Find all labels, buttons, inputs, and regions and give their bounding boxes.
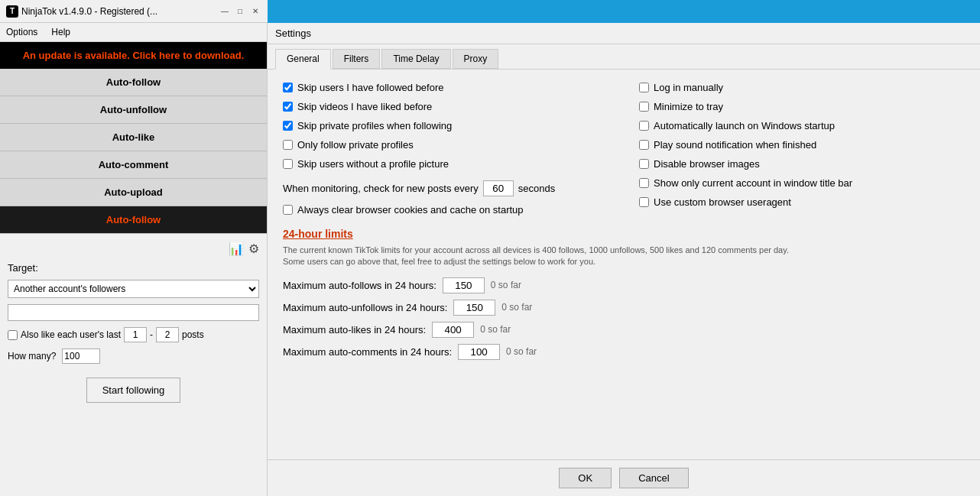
checkbox-log-manually[interactable] [639, 83, 649, 92]
checkbox-disable-images[interactable] [639, 159, 649, 169]
label-only-private: Only follow private profiles [297, 139, 414, 151]
how-many-row: How many? 100 [8, 348, 259, 364]
check-play-sound: Play sound notification when finished [639, 139, 965, 151]
also-like-label2: posts [182, 329, 204, 340]
check-custom-useragent: Use custom browser useragent [639, 196, 965, 208]
check-show-account: Show only current account in window titl… [639, 177, 965, 189]
limits-title: 24-hour limits [283, 228, 965, 240]
checkbox-skip-followed[interactable] [283, 83, 293, 92]
check-minimize-tray: Minimize to tray [639, 101, 965, 112]
limit-unfollows-label: Maximum auto-unfollows in 24 hours: [283, 302, 447, 313]
limit-follows-so-far: 0 so far [491, 280, 521, 290]
limit-unfollows-input[interactable] [453, 300, 495, 316]
nav-auto-like[interactable]: Auto-like [0, 124, 267, 151]
minimize-button[interactable]: — [219, 5, 231, 18]
titlebar: T NinjaTok v1.4.9.0 - Registered (... — … [0, 0, 268, 23]
nav-auto-follow[interactable]: Auto-follow [0, 69, 267, 96]
restore-button[interactable]: □ [234, 5, 246, 18]
limit-row-likes: Maximum auto-likes in 24 hours: 0 so far [283, 322, 965, 338]
settings-title: Settings [268, 23, 980, 44]
nav-buttons: Auto-follow Auto-unfollow Auto-like Auto… [0, 69, 267, 234]
label-skip-followed: Skip users I have followed before [297, 82, 444, 93]
checkbox-clear-cookies[interactable] [283, 205, 293, 215]
checkbox-show-account[interactable] [639, 178, 649, 188]
label-minimize-tray: Minimize to tray [654, 101, 723, 112]
limit-likes-so-far: 0 so far [480, 324, 511, 335]
checkbox-auto-launch[interactable] [639, 121, 649, 131]
check-skip-no-pic: Skip users without a profile picture [283, 158, 608, 170]
limit-row-follows: Maximum auto-follows in 24 hours: 0 so f… [283, 277, 965, 293]
checkbox-minimize-tray[interactable] [639, 102, 649, 112]
limit-follows-label: Maximum auto-follows in 24 hours: [283, 280, 436, 291]
limit-comments-label: Maximum auto-comments in 24 hours: [283, 346, 452, 358]
close-button[interactable]: ✕ [249, 5, 261, 18]
target-select[interactable]: Another account's followers Hashtag foll… [8, 280, 259, 298]
monitoring-label2: seconds [518, 183, 555, 194]
limit-likes-label: Maximum auto-likes in 24 hours: [283, 324, 426, 336]
checkbox-play-sound[interactable] [639, 140, 649, 150]
target-input[interactable] [8, 304, 259, 321]
also-like-label1: Also like each user's last [21, 329, 121, 340]
also-like-row: Also like each user's last 1 - 2 posts [8, 327, 259, 342]
settings-col1: Skip users I have followed before Skip v… [283, 82, 608, 216]
toolbar-row: 📊 ⚙ [8, 242, 259, 256]
right-panel: Settings General Filters Time Delay Prox… [268, 23, 980, 496]
label-skip-no-pic: Skip users without a profile picture [297, 158, 449, 170]
monitoring-label1: When monitoring, check for new posts eve… [283, 183, 479, 194]
also-like-from[interactable]: 1 [124, 327, 147, 342]
label-skip-liked: Skip videos I have liked before [297, 101, 432, 112]
monitoring-input[interactable] [483, 180, 514, 196]
settings-content: Skip users I have followed before Skip v… [268, 70, 980, 459]
limit-follows-input[interactable] [443, 277, 485, 293]
start-following-button[interactable]: Start following [86, 378, 181, 403]
menubar: Options Help [0, 23, 267, 42]
update-banner[interactable]: An update is available. Click here to do… [0, 42, 267, 69]
nav-auto-comment[interactable]: Auto-comment [0, 151, 267, 179]
also-like-to[interactable]: 2 [156, 327, 179, 342]
nav-auto-follow-active[interactable]: Auto-follow [0, 206, 267, 234]
also-like-checkbox[interactable] [8, 330, 18, 340]
how-many-label: How many? [8, 351, 56, 361]
settings-col2: Log in manually Minimize to tray Automat… [639, 82, 965, 216]
limit-likes-input[interactable] [432, 322, 474, 338]
checkbox-skip-liked[interactable] [283, 102, 293, 112]
check-skip-private: Skip private profiles when following [283, 120, 608, 131]
cancel-button[interactable]: Cancel [619, 468, 688, 488]
target-label-text: Target: [8, 262, 38, 274]
nav-auto-upload[interactable]: Auto-upload [0, 179, 267, 206]
menu-options[interactable]: Options [0, 24, 44, 40]
also-like-dash: - [150, 329, 153, 340]
limit-row-unfollows: Maximum auto-unfollows in 24 hours: 0 so… [283, 300, 965, 316]
check-auto-launch: Automatically launch on Windows startup [639, 120, 965, 131]
settings-icon[interactable]: ⚙ [248, 242, 259, 256]
tabs-row: General Filters Time Delay Proxy [268, 44, 980, 70]
label-auto-launch: Automatically launch on Windows startup [654, 120, 835, 131]
checkbox-only-private[interactable] [283, 140, 293, 150]
tab-time-delay[interactable]: Time Delay [381, 49, 450, 69]
check-clear-cookies: Always clear browser cookies and cache o… [283, 204, 608, 216]
checkbox-custom-useragent[interactable] [639, 197, 649, 207]
settings-columns: Skip users I have followed before Skip v… [283, 82, 965, 216]
how-many-input[interactable]: 100 [62, 348, 100, 364]
check-log-manually: Log in manually [639, 82, 965, 93]
tab-filters[interactable]: Filters [333, 49, 381, 69]
check-only-private: Only follow private profiles [283, 139, 608, 151]
checkbox-skip-private[interactable] [283, 121, 293, 131]
check-disable-images: Disable browser images [639, 158, 965, 170]
label-show-account: Show only current account in window titl… [654, 177, 852, 189]
check-skip-liked: Skip videos I have liked before [283, 101, 608, 112]
tab-proxy[interactable]: Proxy [453, 49, 499, 69]
tab-general[interactable]: General [275, 49, 331, 70]
window-title: NinjaTok v1.4.9.0 - Registered (... [21, 6, 219, 17]
limit-row-comments: Maximum auto-comments in 24 hours: 0 so … [283, 344, 965, 360]
nav-auto-unfollow[interactable]: Auto-unfollow [0, 96, 267, 124]
left-panel: Options Help An update is available. Cli… [0, 23, 268, 496]
limit-unfollows-so-far: 0 so far [501, 302, 532, 313]
checkbox-skip-no-pic[interactable] [283, 159, 293, 169]
stats-icon[interactable]: 📊 [229, 242, 244, 256]
target-label: Target: [8, 262, 259, 274]
menu-help[interactable]: Help [45, 24, 76, 40]
bottom-bar: OK Cancel [268, 459, 980, 496]
ok-button[interactable]: OK [559, 468, 612, 488]
limit-comments-input[interactable] [458, 344, 500, 360]
